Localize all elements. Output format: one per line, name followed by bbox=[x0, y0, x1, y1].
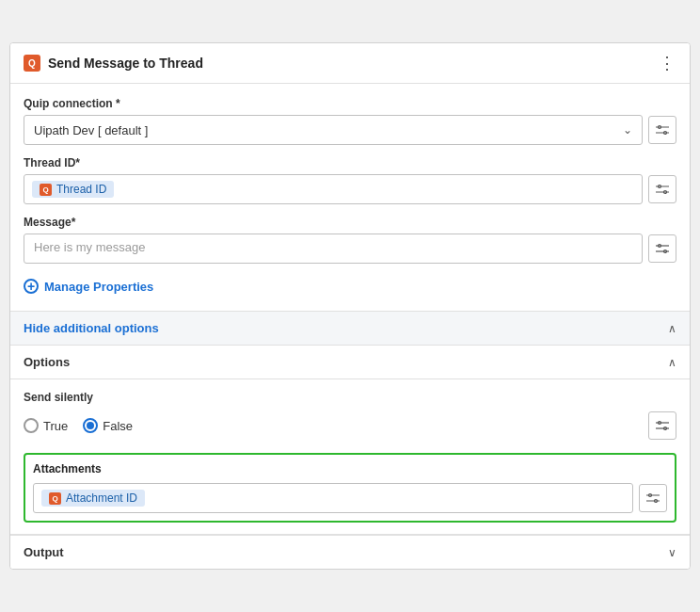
quip-connection-group: Quip connection * Uipath Dev [ default ]… bbox=[24, 97, 676, 145]
attachments-label: Attachments bbox=[33, 462, 667, 475]
send-silently-radio-group: True False bbox=[24, 418, 133, 433]
panel-title: Send Message to Thread bbox=[48, 56, 203, 71]
message-settings-button[interactable] bbox=[648, 234, 676, 263]
thread-id-settings-button[interactable] bbox=[648, 175, 676, 203]
attachments-section: Attachments Q Attachment ID bbox=[24, 453, 676, 523]
dropdown-chevron-icon: ⌄ bbox=[623, 123, 632, 137]
send-silently-row: True False bbox=[24, 411, 676, 440]
attachments-box: Attachments Q Attachment ID bbox=[24, 453, 676, 523]
manage-properties-label: Manage Properties bbox=[44, 280, 153, 294]
options-body: Send silently True False bbox=[10, 378, 690, 534]
thread-id-row: Q Thread ID bbox=[24, 174, 676, 204]
options-label: Options bbox=[24, 355, 70, 369]
quip-connection-row: Uipath Dev [ default ] ⌄ bbox=[24, 115, 676, 145]
thread-id-tag: Q Thread ID bbox=[32, 181, 114, 198]
manage-properties-button[interactable]: + Manage Properties bbox=[24, 275, 676, 298]
thread-id-tag-text: Thread ID bbox=[56, 183, 106, 196]
send-silently-false-option[interactable]: False bbox=[83, 418, 133, 433]
message-row: Here is my message bbox=[24, 234, 676, 264]
hide-additional-chevron-icon: ∧ bbox=[668, 322, 676, 335]
panel-header: Q Send Message to Thread ⋮ bbox=[10, 43, 690, 84]
send-silently-settings-button[interactable] bbox=[648, 411, 676, 440]
attachment-tag-icon: Q bbox=[49, 492, 61, 505]
radio-false-label: False bbox=[103, 419, 133, 433]
hide-additional-toggle[interactable]: Hide additional options ∧ bbox=[10, 311, 690, 345]
thread-id-group: Thread ID* Q Thread ID bbox=[24, 156, 676, 204]
radio-false-circle bbox=[83, 418, 98, 433]
attachments-settings-button[interactable] bbox=[639, 484, 667, 512]
attachments-row: Q Attachment ID bbox=[33, 483, 667, 513]
attachment-id-tag: Q Attachment ID bbox=[41, 490, 145, 507]
send-silently-true-option[interactable]: True bbox=[24, 418, 68, 433]
send-message-panel: Q Send Message to Thread ⋮ Quip connecti… bbox=[9, 42, 691, 570]
thread-id-label: Thread ID* bbox=[24, 156, 676, 169]
thread-id-tag-icon: Q bbox=[40, 184, 52, 196]
panel-body: Quip connection * Uipath Dev [ default ]… bbox=[10, 84, 690, 311]
attachments-input[interactable]: Q Attachment ID bbox=[33, 483, 633, 513]
more-options-button[interactable]: ⋮ bbox=[659, 53, 676, 73]
send-silently-label: Send silently bbox=[24, 391, 676, 404]
quip-connection-dropdown[interactable]: Uipath Dev [ default ] ⌄ bbox=[24, 115, 643, 145]
hide-additional-label: Hide additional options bbox=[24, 321, 159, 335]
quip-connection-label: Quip connection * bbox=[24, 97, 676, 110]
options-toggle[interactable]: Options ∧ bbox=[10, 345, 690, 378]
quip-connection-settings-button[interactable] bbox=[648, 116, 676, 144]
quip-icon: Q bbox=[24, 55, 40, 72]
message-input[interactable]: Here is my message bbox=[24, 234, 643, 264]
message-label: Message* bbox=[24, 216, 676, 229]
radio-true-label: True bbox=[43, 419, 68, 433]
header-left: Q Send Message to Thread bbox=[24, 55, 203, 72]
plus-circle-icon: + bbox=[24, 279, 39, 294]
output-chevron-icon: ∨ bbox=[668, 546, 676, 559]
quip-connection-value: Uipath Dev [ default ] bbox=[34, 123, 148, 137]
radio-true-circle bbox=[24, 418, 39, 433]
thread-id-input[interactable]: Q Thread ID bbox=[24, 174, 643, 204]
options-chevron-icon: ∧ bbox=[668, 356, 676, 369]
message-group: Message* Here is my message bbox=[24, 216, 676, 264]
attachment-tag-text: Attachment ID bbox=[66, 491, 137, 505]
output-label: Output bbox=[24, 545, 64, 559]
output-section: Output ∨ bbox=[10, 534, 690, 569]
radio-false-dot bbox=[87, 422, 94, 429]
output-toggle[interactable]: Output ∨ bbox=[10, 535, 690, 569]
